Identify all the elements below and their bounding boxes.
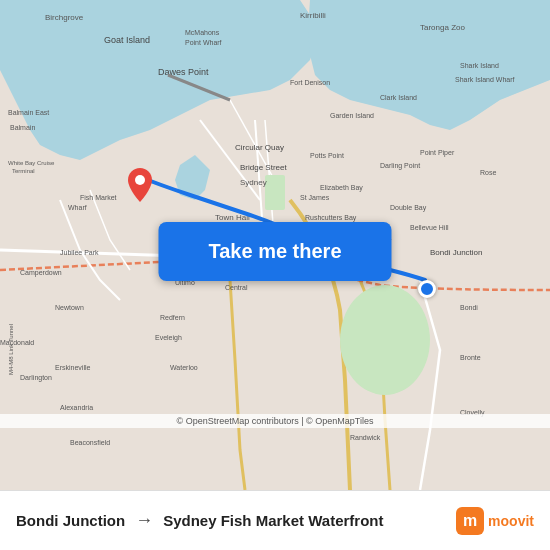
svg-text:Terminal: Terminal <box>12 168 35 174</box>
bottom-bar: Bondi Junction → Sydney Fish Market Wate… <box>0 490 550 550</box>
svg-text:Fish Market: Fish Market <box>80 194 117 201</box>
svg-text:Kirribilli: Kirribilli <box>300 11 326 20</box>
svg-text:Point Wharf: Point Wharf <box>185 39 222 46</box>
svg-text:Balmain: Balmain <box>10 124 35 131</box>
svg-text:Beaconsfield: Beaconsfield <box>70 439 110 446</box>
svg-text:Fort Denison: Fort Denison <box>290 79 330 86</box>
svg-text:St James: St James <box>300 194 330 201</box>
svg-text:Eveleigh: Eveleigh <box>155 334 182 342</box>
svg-text:Bondi Junction: Bondi Junction <box>430 248 482 257</box>
svg-text:Wharf: Wharf <box>68 204 87 211</box>
take-me-there-button[interactable]: Take me there <box>158 222 391 281</box>
svg-text:Newtown: Newtown <box>55 304 84 311</box>
svg-text:Birchgrove: Birchgrove <box>45 13 84 22</box>
svg-text:Rushcutters Bay: Rushcutters Bay <box>305 214 357 222</box>
destination-pin <box>418 280 436 298</box>
svg-text:Alexandria: Alexandria <box>60 404 93 411</box>
svg-text:Central: Central <box>225 284 248 291</box>
svg-text:Darling Point: Darling Point <box>380 162 420 170</box>
svg-text:Redfern: Redfern <box>160 314 185 321</box>
svg-text:Elizabeth Bay: Elizabeth Bay <box>320 184 363 192</box>
svg-text:Darlington: Darlington <box>20 374 52 382</box>
svg-text:Rose: Rose <box>480 169 496 176</box>
svg-text:Camperdown: Camperdown <box>20 269 62 277</box>
svg-text:Clark Island: Clark Island <box>380 94 417 101</box>
svg-text:Shark Island Wharf: Shark Island Wharf <box>455 76 515 83</box>
svg-rect-8 <box>265 175 285 210</box>
svg-text:Sydney: Sydney <box>240 178 267 187</box>
svg-text:Garden Island: Garden Island <box>330 112 374 119</box>
origin-pin <box>128 168 152 206</box>
svg-text:Bellevue Hill: Bellevue Hill <box>410 224 449 231</box>
svg-point-9 <box>340 285 430 395</box>
moovit-logo: m moovit <box>456 507 534 535</box>
svg-text:White Bay Cruise: White Bay Cruise <box>8 160 55 166</box>
svg-text:Balmain East: Balmain East <box>8 109 49 116</box>
svg-text:Potts Point: Potts Point <box>310 152 344 159</box>
svg-text:Macdonald: Macdonald <box>0 339 34 346</box>
svg-text:Goat Island: Goat Island <box>104 35 150 45</box>
origin-label: Bondi Junction <box>16 512 125 529</box>
moovit-icon: m <box>456 507 484 535</box>
svg-text:Dawes Point: Dawes Point <box>158 67 209 77</box>
svg-text:Bridge Street: Bridge Street <box>240 163 287 172</box>
svg-text:Double Bay: Double Bay <box>390 204 427 212</box>
svg-text:Shark Island: Shark Island <box>460 62 499 69</box>
svg-text:Erskineville: Erskineville <box>55 364 91 371</box>
arrow-icon: → <box>135 510 153 531</box>
destination-label: Sydney Fish Market Waterfront <box>163 512 383 529</box>
svg-text:Jubilee Park: Jubilee Park <box>60 249 99 256</box>
svg-text:Randwick: Randwick <box>350 434 381 441</box>
svg-text:M4-M8 Link Tunnel: M4-M8 Link Tunnel <box>8 324 14 375</box>
svg-point-65 <box>135 175 145 185</box>
svg-text:Bronte: Bronte <box>460 354 481 361</box>
svg-text:Circular Quay: Circular Quay <box>235 143 284 152</box>
moovit-brand-text: moovit <box>488 513 534 529</box>
svg-text:Bondi: Bondi <box>460 304 478 311</box>
map-attribution: © OpenStreetMap contributors | © OpenMap… <box>0 414 550 428</box>
svg-text:Taronga Zoo: Taronga Zoo <box>420 23 465 32</box>
svg-text:Point Piper: Point Piper <box>420 149 455 157</box>
svg-text:McMahons: McMahons <box>185 29 220 36</box>
map-view: Fish Market Wharf Goat Island Dawes Poin… <box>0 0 550 490</box>
svg-text:Waterloo: Waterloo <box>170 364 198 371</box>
